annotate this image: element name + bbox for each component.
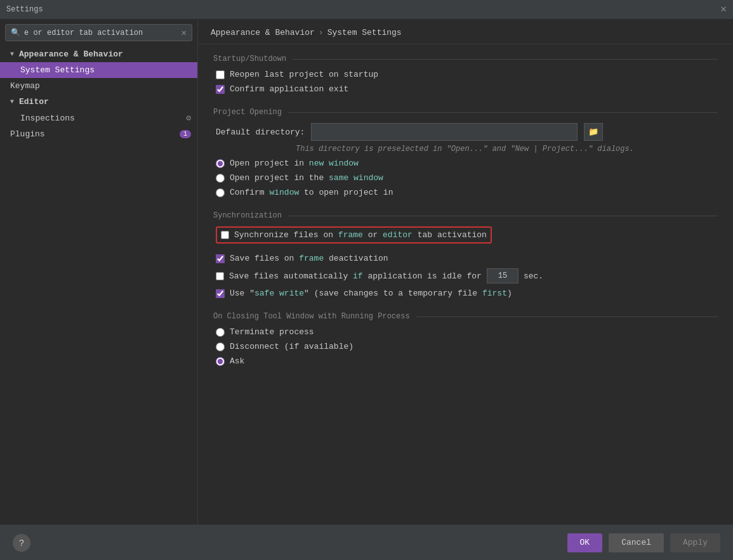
default-directory-label: Default directory:	[216, 127, 305, 137]
confirm-window-label: Confirm window to open project in	[230, 188, 393, 197]
open-new-window-row: Open project in new window	[213, 159, 718, 168]
safe-write-row: Use "safe write" (save changes to a temp…	[213, 289, 718, 298]
save-on-deactivation-row: Save files on frame deactivation	[213, 254, 718, 263]
disconnect-label: Disconnect (if available)	[230, 342, 353, 351]
terminate-row: Terminate process	[213, 327, 718, 337]
save-on-deactivation-label: Save files on frame deactivation	[230, 254, 388, 263]
main-panel: Appearance & Behavior › System Settings …	[198, 19, 733, 524]
expand-icon: ▼	[10, 98, 17, 105]
panel-header: Appearance & Behavior › System Settings	[198, 19, 733, 44]
close-button[interactable]: ✕	[720, 4, 727, 15]
reopen-last-checkbox[interactable]	[216, 70, 225, 79]
sidebar-item-label: Inspections	[20, 114, 75, 123]
idle-value-input[interactable]	[487, 268, 518, 283]
sync-files-checkbox[interactable]	[221, 231, 229, 239]
sidebar-item-editor[interactable]: ▼ Editor	[0, 94, 197, 110]
bottom-bar: ? OK Cancel Apply	[0, 524, 733, 560]
breadcrumb-separator: ›	[319, 28, 324, 37]
directory-hint: This directory is preselected in "Open..…	[213, 145, 718, 153]
confirm-window-row: Confirm window to open project in	[213, 188, 718, 197]
safe-write-checkbox[interactable]	[216, 289, 225, 298]
save-idle-checkbox[interactable]	[216, 272, 224, 280]
save-on-deactivation-checkbox[interactable]	[216, 254, 225, 263]
main-content: 🔍 ✕ ▼ Appearance & Behavior System Setti…	[0, 19, 733, 524]
startup-shutdown-label: Startup/Shutdown	[213, 55, 718, 63]
synchronization-label: Synchronization	[213, 211, 718, 220]
apply-button[interactable]: Apply	[670, 533, 720, 552]
panel-body: Startup/Shutdown Reopen last project on …	[198, 44, 733, 390]
sidebar-item-keymap[interactable]: Keymap	[0, 78, 197, 94]
reopen-last-row: Reopen last project on startup	[213, 70, 718, 79]
confirm-exit-checkbox[interactable]	[216, 85, 225, 94]
ask-radio[interactable]	[216, 357, 225, 366]
ask-row: Ask	[213, 356, 718, 366]
closing-tool-window-label: On Closing Tool Window with Running Proc…	[213, 312, 718, 321]
sidebar-item-label: Plugins	[10, 129, 45, 139]
sidebar-item-system-settings[interactable]: System Settings	[0, 62, 197, 78]
sidebar-item-inspections[interactable]: Inspections ⚙	[0, 110, 197, 126]
search-input[interactable]	[24, 29, 178, 37]
open-new-window-label: Open project in new window	[230, 159, 359, 168]
search-box: 🔍 ✕	[5, 24, 192, 41]
confirm-exit-label: Confirm application exit	[230, 84, 348, 94]
project-opening-section: Project Opening Default directory: 📁 Thi…	[213, 108, 718, 197]
reopen-last-label: Reopen last project on startup	[230, 70, 378, 79]
save-idle-label: Save files automatically if application …	[229, 271, 482, 281]
disconnect-row: Disconnect (if available)	[213, 342, 718, 351]
dialog-buttons: OK Cancel Apply	[567, 533, 720, 552]
sidebar-item-plugins[interactable]: Plugins 1	[0, 126, 197, 142]
cancel-button[interactable]: Cancel	[609, 533, 664, 552]
open-same-window-label: Open project in the same window	[230, 173, 383, 183]
help-button[interactable]: ?	[13, 534, 30, 552]
open-same-window-radio[interactable]	[216, 174, 225, 183]
project-opening-label: Project Opening	[213, 108, 718, 117]
title-bar: Settings ✕	[0, 0, 733, 19]
sidebar-item-label: Keymap	[10, 81, 40, 91]
open-new-window-radio[interactable]	[216, 159, 225, 168]
disconnect-radio[interactable]	[216, 342, 225, 351]
search-icon: 🔍	[11, 28, 20, 37]
idle-unit-label: sec.	[524, 271, 543, 281]
open-same-window-row: Open project in the same window	[213, 173, 718, 183]
plugins-badge: 1	[180, 130, 191, 138]
confirm-exit-row: Confirm application exit	[213, 84, 718, 94]
expand-icon: ▼	[10, 51, 17, 58]
closing-tool-window-section: On Closing Tool Window with Running Proc…	[213, 312, 718, 366]
directory-browse-button[interactable]: 📁	[584, 123, 603, 141]
ok-button[interactable]: OK	[567, 533, 603, 552]
default-directory-input[interactable]	[311, 123, 578, 141]
breadcrumb-part2: System Settings	[327, 28, 402, 37]
save-idle-row: Save files automatically if application …	[213, 268, 718, 283]
sidebar-item-label: Appearance & Behavior	[19, 49, 123, 59]
terminate-radio[interactable]	[216, 328, 225, 337]
sync-files-highlight: Synchronize files on frame or editor tab…	[216, 226, 492, 244]
sidebar: 🔍 ✕ ▼ Appearance & Behavior System Setti…	[0, 19, 198, 524]
sidebar-item-label: System Settings	[20, 65, 95, 75]
breadcrumb-part1: Appearance & Behavior	[211, 28, 315, 37]
folder-icon: 📁	[588, 127, 598, 137]
breadcrumb: Appearance & Behavior › System Settings	[211, 28, 720, 37]
startup-shutdown-section: Startup/Shutdown Reopen last project on …	[213, 55, 718, 94]
confirm-window-radio[interactable]	[216, 188, 225, 197]
sidebar-item-label: Editor	[19, 97, 49, 107]
sidebar-item-appearance-behavior[interactable]: ▼ Appearance & Behavior	[0, 46, 197, 62]
window-title: Settings	[6, 5, 43, 14]
sync-files-label: Synchronize files on frame or editor tab…	[234, 230, 487, 240]
settings-icon: ⚙	[186, 113, 191, 123]
safe-write-label: Use "safe write" (save changes to a temp…	[230, 289, 512, 298]
default-directory-row: Default directory: 📁	[213, 123, 718, 141]
sync-files-wrapper: Synchronize files on frame or editor tab…	[213, 226, 718, 249]
settings-window: Settings ✕ 🔍 ✕ ▼ Appearance & Behavior S…	[0, 0, 733, 560]
search-clear-icon[interactable]: ✕	[182, 27, 187, 38]
terminate-label: Terminate process	[230, 327, 314, 337]
ask-label: Ask	[230, 356, 244, 366]
synchronization-section: Synchronization Synchronize files on fra…	[213, 211, 718, 298]
